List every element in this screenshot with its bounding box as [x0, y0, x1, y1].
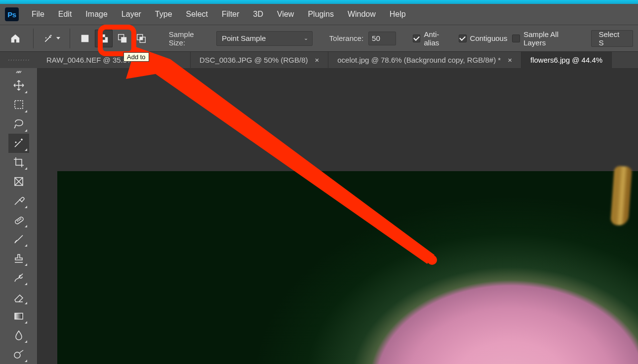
home-icon: [10, 33, 21, 44]
clone-stamp-tool[interactable]: [8, 249, 29, 268]
svg-point-14: [20, 218, 21, 219]
menu-edit[interactable]: Edit: [52, 8, 78, 21]
menu-plugins[interactable]: Plugins: [302, 8, 339, 21]
crop-tool[interactable]: [8, 153, 29, 172]
toolbox-collapse-button[interactable]: [14, 69, 24, 75]
anti-alias-label: Anti-alias: [424, 30, 453, 47]
healing-brush-tool[interactable]: [8, 210, 29, 229]
svg-point-16: [14, 352, 20, 358]
sample-size-label: Sample Size:: [169, 30, 211, 47]
sample-all-layers-checkbox[interactable]: Sample All Layers: [512, 30, 581, 47]
move-icon: [13, 79, 25, 91]
os-titlebar: [0, 0, 638, 4]
dodge-tool[interactable]: [8, 345, 29, 364]
crop-icon: [13, 156, 25, 168]
brush-icon: [13, 233, 25, 245]
tooltip: Add to: [123, 52, 149, 62]
move-tool[interactable]: [8, 76, 29, 95]
menu-select[interactable]: Select: [180, 8, 214, 21]
svg-rect-9: [15, 101, 23, 109]
tool-preset-picker[interactable]: [41, 28, 62, 49]
frame-tool[interactable]: [8, 172, 29, 191]
checkbox-icon: [512, 35, 520, 42]
lasso-tool[interactable]: [8, 114, 29, 134]
tolerance-input[interactable]: [368, 32, 396, 45]
app-logo-icon: Ps: [5, 7, 19, 21]
divider: [33, 29, 34, 48]
svg-point-13: [19, 219, 19, 220]
bandage-icon: [13, 214, 25, 226]
annotation-arrow-icon: [106, 47, 452, 279]
image-detail: [610, 166, 632, 226]
frame-icon: [13, 176, 25, 187]
menu-image[interactable]: Image: [80, 8, 113, 21]
menu-file[interactable]: File: [26, 8, 50, 21]
svg-marker-18: [126, 47, 435, 264]
menu-bar: Ps File Edit Image Layer Type Select Fil…: [0, 4, 638, 25]
select-subject-button[interactable]: Select S: [591, 30, 633, 47]
droplet-icon: [13, 329, 25, 341]
gradient-tool[interactable]: [8, 306, 29, 326]
svg-point-12: [17, 220, 18, 221]
chevron-down-icon: ⌄: [304, 35, 308, 41]
sample-size-dropdown[interactable]: Point Sample ⌄: [216, 31, 313, 46]
dodge-icon: [13, 349, 25, 361]
checkbox-icon: [459, 35, 467, 42]
brush-tool[interactable]: [8, 229, 29, 249]
magic-wand-icon: [43, 34, 53, 43]
document-tab[interactable]: flowers6.jpg @ 44.4%: [521, 52, 612, 68]
history-brush-icon: [13, 272, 25, 284]
stamp-icon: [13, 253, 25, 264]
divider: [70, 29, 70, 48]
svg-rect-8: [140, 37, 143, 40]
blur-tool[interactable]: [8, 326, 29, 345]
close-icon[interactable]: ×: [508, 56, 512, 64]
history-brush-tool[interactable]: [8, 268, 29, 287]
menu-type[interactable]: Type: [149, 8, 178, 21]
eyedropper-icon: [13, 195, 25, 207]
annotation-highlight-box: [98, 25, 136, 56]
contiguous-label: Contiguous: [470, 34, 508, 42]
menu-3d[interactable]: 3D: [247, 8, 269, 21]
gradient-icon: [13, 310, 25, 322]
contiguous-checkbox[interactable]: Contiguous: [459, 34, 508, 42]
new-selection-icon: [80, 33, 90, 44]
svg-rect-0: [81, 35, 89, 42]
home-button[interactable]: [5, 28, 25, 49]
lasso-icon: [13, 118, 25, 130]
tolerance-label: Tolerance:: [329, 34, 363, 42]
select-subject-label: Select S: [598, 30, 626, 47]
double-chevron-icon: [16, 70, 22, 74]
sample-size-value: Point Sample: [222, 34, 266, 42]
svg-rect-15: [15, 313, 23, 319]
svg-point-19: [427, 255, 437, 265]
eraser-tool[interactable]: [8, 287, 29, 306]
marquee-icon: [13, 99, 25, 110]
magic-wand-icon: [13, 137, 25, 149]
intersect-selection-icon: [136, 33, 147, 44]
anti-alias-checkbox[interactable]: Anti-alias: [413, 30, 454, 47]
menu-window[interactable]: Window: [342, 8, 382, 21]
menu-help[interactable]: Help: [384, 8, 412, 21]
panel-grip[interactable]: [0, 52, 38, 68]
menu-layer[interactable]: Layer: [116, 8, 147, 21]
eraser-icon: [13, 291, 25, 303]
chevron-down-icon: [56, 37, 60, 39]
grip-dots-icon: [7, 59, 30, 62]
menu-filter[interactable]: Filter: [216, 8, 245, 21]
menu-view[interactable]: View: [271, 8, 300, 21]
magic-wand-tool[interactable]: [8, 134, 29, 153]
eyedropper-tool[interactable]: [8, 191, 29, 210]
marquee-tool[interactable]: [8, 95, 29, 114]
toolbox: [0, 68, 38, 364]
checkbox-icon: [413, 35, 421, 42]
sample-all-layers-label: Sample All Layers: [523, 30, 581, 47]
tab-label: flowers6.jpg @ 44.4%: [530, 56, 602, 64]
new-selection-button[interactable]: [76, 30, 94, 47]
